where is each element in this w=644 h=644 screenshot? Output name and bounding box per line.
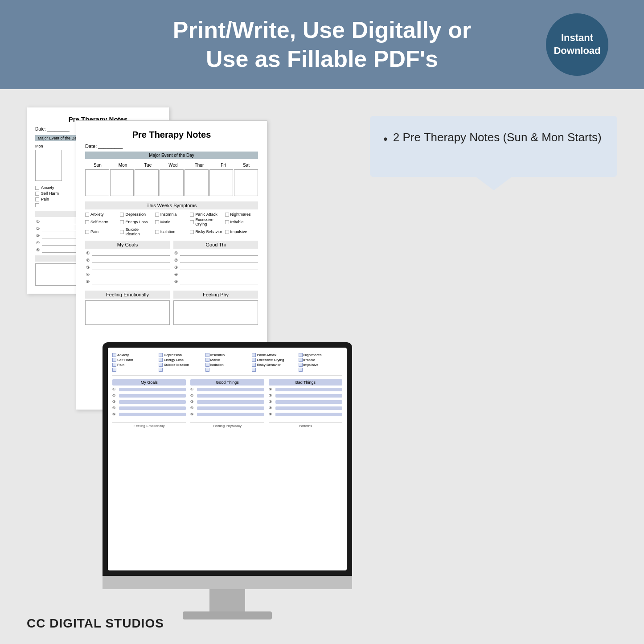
good-things-badge: Good Thi [173, 241, 258, 249]
info-text-1: 2 Pre Therapy Notes (Sun & Mon Starts) [393, 129, 602, 145]
middle-paper-title: Pre Therapy Notes [85, 130, 258, 140]
screen-content: Anxiety Depression Insomnia Panic Attack… [108, 348, 347, 570]
info-card: • 2 Pre Therapy Notes (Sun & Mon Starts) [370, 116, 617, 177]
my-goals-badge: My Goals [85, 241, 170, 249]
days-header: SunMonTueWedThurFriSat [85, 163, 258, 168]
screen-bottom-labels: Feeling Emotionally Feeling Physically P… [112, 422, 342, 428]
monitor-stand-top [103, 576, 352, 589]
header-banner: Print/Write, Use Digitally or Use as Fil… [0, 0, 644, 89]
monitor-stand-neck [209, 589, 245, 611]
middle-paper-date: Date: _________ [85, 144, 258, 149]
monitor-wrap: Anxiety Depression Insomnia Panic Attack… [103, 342, 352, 619]
bullet-1: • [383, 130, 388, 148]
screen-good-things: Good Things [190, 379, 264, 386]
monitor-stand-base [183, 611, 272, 619]
feeling-emotionally-badge: Feeling Emotionally [85, 291, 170, 299]
info-item-1: • 2 Pre Therapy Notes (Sun & Mon Starts) [383, 129, 604, 148]
symptoms-label: This Weeks Symptoms [85, 201, 258, 209]
header-title: Print/Write, Use Digitally or Use as Fil… [173, 16, 471, 74]
middle-major-event: Major Event of the Day [85, 152, 258, 159]
screen-bad-things: Bad Things [269, 379, 342, 386]
paper-mockups: Pre Therapy Notes Date: _________ Major … [27, 107, 352, 619]
weekly-boxes [85, 169, 258, 196]
back-major-event: Major Event of the Day [35, 135, 82, 141]
right-info: • 2 Pre Therapy Notes (Sun & Mon Starts) [370, 107, 617, 619]
instant-download-badge: Instant Download [546, 13, 608, 76]
monitor-screen: Anxiety Depression Insomnia Panic Attack… [103, 342, 352, 576]
screen-goals-row: My Goals ① ② ③ ④ ⑤ Good Things ① ② ③ [112, 379, 342, 418]
symptoms-grid: Anxiety Depression Insomnia Panic Attack… [85, 212, 258, 236]
main-content: Pre Therapy Notes Date: _________ Major … [0, 89, 644, 637]
screen-feeling-physically: Feeling Physically [190, 422, 264, 428]
screen-my-goals: My Goals [112, 379, 186, 386]
screen-patterns: Patterns [269, 422, 342, 428]
screen-symptoms-grid: Anxiety Depression Insomnia Panic Attack… [112, 353, 342, 372]
feeling-physically-badge: Feeling Phy [173, 291, 258, 299]
goals-section: My Goals ① ② ③ ④ ⑤ Good Thi ① ② ③ ④ ⑤ [85, 241, 258, 286]
screen-feeling-emotionally: Feeling Emotionally [112, 422, 186, 428]
